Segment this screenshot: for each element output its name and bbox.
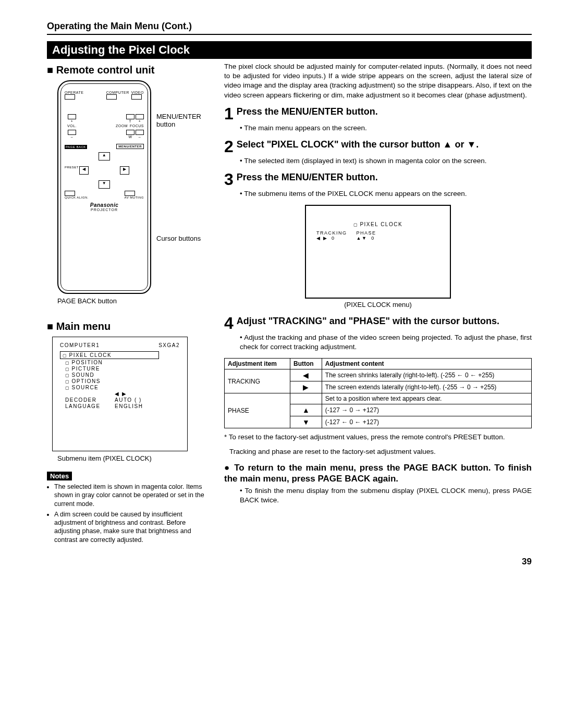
callout-menu-enter: MENU/ENTER button	[156, 113, 214, 128]
step-4-number: 4	[224, 316, 234, 331]
remote-label-quick-align: QUICK ALIGN.	[65, 196, 89, 199]
remote-diagram: OPERATE COMPUTER VIDEO + T +	[57, 80, 151, 294]
step-2-title: Select "PIXEL CLOCK" with the cursor but…	[237, 139, 532, 154]
step-3: 3 Press the MENU/ENTER button.	[224, 172, 532, 187]
screen-tracking-label: TRACKING	[316, 230, 347, 236]
remote-menu-enter-btn: MENU/ENTER	[116, 144, 144, 149]
remote-label-video: VIDEO	[131, 91, 144, 94]
td-tracking-extend: The screen extends laterally (right-to-l…	[322, 381, 531, 393]
td-down-arrow-icon: ▼	[290, 416, 322, 428]
step-2-number: 2	[224, 139, 234, 154]
th-button: Button	[290, 359, 322, 369]
note-2: A dim screen could be caused by insuffic…	[54, 510, 209, 544]
step-4: 4 Adjust "TRACKING" and "PHASE" with the…	[224, 316, 532, 331]
return-bullet: To finish the menu display from the subm…	[240, 486, 532, 505]
step-4-bullet: Adjust the tracking and phase of the vid…	[240, 333, 532, 352]
remote-label-focus: FOCUS	[130, 124, 144, 128]
menu-arrows: ◀ ▶	[65, 391, 180, 397]
main-menu-screen: COMPUTER1 SXGA2 ▢PIXEL CLOCK ▢POSITION ▢…	[52, 337, 188, 451]
screen-phase-arrows: ▲▼	[357, 236, 368, 241]
menu-sxga2: SXGA2	[158, 342, 180, 348]
remote-label-zoom: ZOOM	[116, 124, 128, 128]
menu-item-source: ▢SOURCE	[65, 385, 180, 390]
step-3-bullet: The submenu items of the PIXEL CLOCK men…	[240, 189, 532, 199]
screen-phase-value: 0	[371, 236, 375, 241]
remote-page-back-btn: PAGE BACK	[65, 145, 87, 149]
footnote-reset: * To reset to the factory-set adjustment…	[224, 433, 532, 442]
menu-item-options: ▢OPTIONS	[65, 378, 180, 384]
remote-label-operate: OPERATE	[65, 91, 83, 94]
left-column: Remote control unit OPERATE COMPUTER VID…	[47, 62, 209, 546]
screen-tracking-arrows: ◀ ▶	[316, 236, 327, 241]
menu-computer1: COMPUTER1	[60, 342, 100, 348]
return-heading: To return to the main menu, press the PA…	[224, 462, 532, 485]
submenu-caption: Submenu item (PIXEL CLOCK)	[57, 454, 209, 462]
remote-cursor-left: ◀	[79, 166, 89, 175]
remote-cursor-right: ▶	[120, 166, 129, 175]
intro-text: The pixel clock should be adjusted mainl…	[224, 62, 532, 100]
menu-item-language: LANGUAGEENGLISH	[65, 403, 180, 409]
td-tracking: TRACKING	[225, 369, 290, 393]
menu-item-sound: ▢SOUND	[65, 372, 180, 378]
menu-item-picture: ▢PICTURE	[65, 366, 180, 372]
remote-heading: Remote control unit	[47, 64, 209, 76]
step-1-bullet: The main menu appears on the screen.	[240, 124, 532, 133]
adjustment-table: Adjustment item Button Adjustment conten…	[224, 358, 532, 428]
screen-phase-label: PHASE	[357, 230, 376, 236]
td-right-arrow-icon: ▶	[290, 381, 322, 393]
td-up-arrow-icon: ▲	[290, 404, 322, 416]
step-2-bullet: The selected item (displayed in text) is…	[240, 156, 532, 166]
main-menu-heading: Main menu	[47, 320, 209, 332]
page-header: Operating the Main Menu (Cont.)	[47, 21, 532, 35]
remote-label-av-muting: AV MUTING	[125, 196, 144, 199]
notes-label: Notes	[47, 472, 72, 480]
remote-label-preset: PRESET	[65, 166, 79, 169]
step-2: 2 Select "PIXEL CLOCK" with the cursor b…	[224, 139, 532, 154]
td-left-arrow-icon: ◀	[290, 369, 322, 381]
menu-item-pixel-clock: ▢PIXEL CLOCK	[60, 351, 159, 359]
remote-vol-plus	[68, 114, 76, 119]
remote-brand: Panasonic	[65, 202, 144, 208]
step-1: 1 Press the MENU/ENTER button.	[224, 106, 532, 121]
step-1-number: 1	[224, 106, 234, 121]
menu-item-decoder: DECODERAUTO ( )	[65, 397, 180, 403]
page-number: 39	[47, 557, 532, 567]
th-item: Adjustment item	[225, 359, 290, 369]
td-phase-clear: Set to a position where text appears cle…	[322, 393, 531, 404]
screen-tracking-value: 0	[332, 236, 335, 241]
td-phase-up: (-127 → 0 → +127)	[322, 404, 531, 416]
footnote-reset-2: Tracking and phase are reset to the fact…	[229, 447, 532, 456]
callout-cursor: Cursor buttons	[156, 235, 214, 242]
note-1: The selected item is shown in magenta co…	[54, 483, 209, 508]
screen-title: PIXEL CLOCK	[360, 221, 402, 227]
section-title-bar: Adjusting the Pixel Clock	[47, 41, 532, 59]
remote-cursor-up: ▲	[99, 152, 110, 161]
step-3-title: Press the MENU/ENTER button.	[237, 172, 532, 187]
td-phase-down: (-127 ← 0 ← +127)	[322, 416, 531, 428]
th-content: Adjustment content	[322, 359, 531, 369]
step-3-number: 3	[224, 172, 234, 187]
remote-label-computer: COMPUTER	[106, 91, 129, 94]
td-tracking-shrink: The screen shrinks laterally (right-to-l…	[322, 369, 531, 381]
right-column: The pixel clock should be adjusted mainl…	[224, 62, 532, 546]
pixel-clock-screen: ▢PIXEL CLOCK TRACKING ◀ ▶ 0 PHASE ▲▼ 0	[305, 205, 451, 299]
remote-cursor-down: ▼	[99, 180, 110, 189]
td-phase: PHASE	[225, 393, 290, 428]
step-4-title: Adjust "TRACKING" and "PHASE" with the c…	[237, 316, 532, 331]
remote-label-vol: VOL.	[65, 124, 79, 128]
screen-caption: (PIXEL CLOCK menu)	[224, 301, 532, 309]
remote-projector-label: PROJECTOR	[65, 208, 144, 212]
callout-page-back: PAGE BACK button	[57, 297, 209, 305]
menu-item-position: ▢POSITION	[65, 360, 180, 365]
step-1-title: Press the MENU/ENTER button.	[237, 106, 532, 121]
notes-list: The selected item is shown in magenta co…	[47, 483, 209, 544]
